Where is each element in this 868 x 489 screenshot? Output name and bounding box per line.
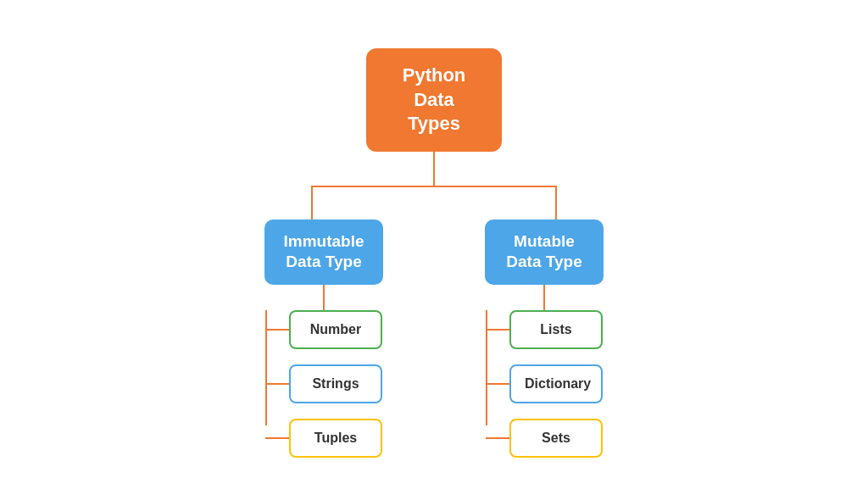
list-item: Lists: [486, 310, 603, 349]
immutable-spine: [265, 310, 267, 425]
root-node: Python Data Types: [366, 48, 502, 152]
horizontal-branch: [311, 186, 557, 187]
tick-strings: [265, 383, 289, 385]
sets-label: Sets: [542, 431, 570, 445]
lists-label: Lists: [540, 322, 571, 336]
mutable-connector: [543, 285, 545, 310]
immutable-children: Number Strings Tuples: [265, 310, 382, 458]
mutable-label: Mutable Data Type: [506, 232, 581, 271]
tick-sets: [486, 437, 509, 439]
tick-dictionary: [486, 383, 509, 385]
list-item: Sets: [486, 419, 603, 458]
mutable-node: Mutable Data Type: [485, 219, 604, 285]
dictionary-box: Dictionary: [509, 364, 603, 403]
root-label: Python Data Types: [403, 64, 466, 134]
tick-tuples: [265, 437, 289, 439]
list-item: Tuples: [265, 419, 382, 458]
tick-number: [265, 329, 289, 331]
list-item: Dictionary: [486, 364, 603, 403]
number-box: Number: [289, 310, 382, 349]
immutable-column: Immutable Data Type Number Strings: [264, 219, 383, 458]
tuples-box: Tuples: [289, 419, 382, 458]
list-item: Strings: [265, 364, 382, 403]
mutable-spine: [486, 310, 487, 425]
immutable-node: Immutable Data Type: [264, 219, 383, 285]
dictionary-label: Dictionary: [525, 376, 591, 391]
root-connector: [433, 152, 435, 186]
tuples-label: Tuples: [314, 431, 357, 445]
tick-lists: [486, 329, 509, 331]
strings-label: Strings: [312, 376, 359, 391]
strings-box: Strings: [289, 364, 382, 403]
list-item: Number: [265, 310, 382, 349]
mutable-children: Lists Dictionary Sets: [486, 310, 603, 458]
number-label: Number: [310, 322, 361, 336]
immutable-label: Immutable Data Type: [283, 232, 364, 271]
sets-box: Sets: [509, 419, 603, 458]
immutable-connector: [323, 285, 325, 310]
mutable-column: Mutable Data Type Lists Dictionary: [485, 219, 604, 458]
level2-row: Immutable Data Type Number Strings: [264, 219, 604, 458]
diagram: Python Data Types Immutable Data Type Nu…: [137, 31, 731, 458]
lists-box: Lists: [509, 310, 603, 349]
